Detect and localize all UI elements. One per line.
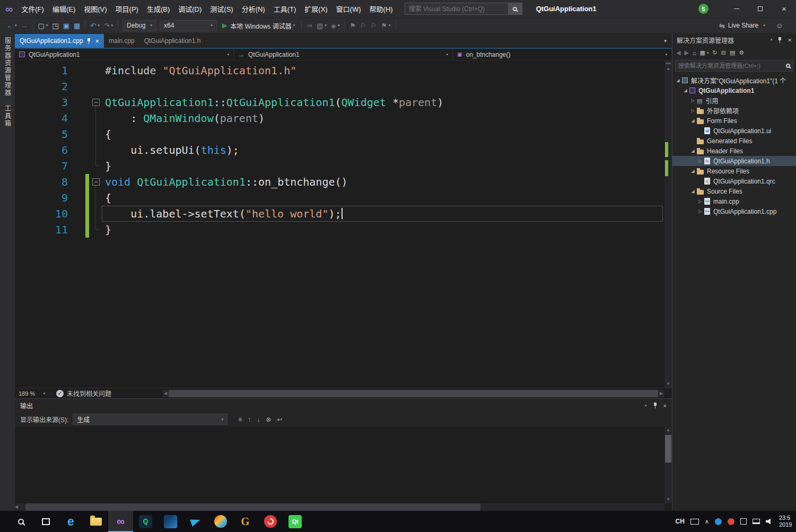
code-text[interactable]: ui.setupUi(this); xyxy=(102,142,664,158)
show-all-files-button[interactable]: ▤ xyxy=(730,49,735,56)
goldendict-icon[interactable]: G xyxy=(233,511,258,532)
previous-bookmark-button[interactable]: ⚐ xyxy=(358,19,369,32)
properties-button[interactable]: ⚙ xyxy=(739,49,744,56)
menu-item[interactable]: 帮助(H) xyxy=(365,0,397,18)
qt-creator-icon[interactable]: Qt xyxy=(283,511,308,532)
scroll-down-icon[interactable]: ▼ xyxy=(664,496,672,503)
menu-item[interactable]: 分析(N) xyxy=(238,0,269,18)
close-icon[interactable]: × xyxy=(663,403,667,409)
line-number[interactable]: 7 xyxy=(15,158,68,174)
tab-qtguiapplication1-cpp[interactable]: QtGuiApplication1.cpp× xyxy=(15,34,104,48)
navigate-forward-button[interactable]: ▶ xyxy=(684,49,688,56)
side-tab[interactable]: 服务器资源管理器 xyxy=(3,37,12,97)
redo-button[interactable]: ↷▾ xyxy=(102,19,115,32)
start-debugging-button[interactable]: ▶本地 Windows 调试器▾ xyxy=(222,19,295,32)
visual-studio-icon[interactable]: ∞ xyxy=(108,511,133,532)
quick-search-box[interactable] xyxy=(405,3,522,15)
scroll-left-icon[interactable]: ◀ xyxy=(15,503,18,511)
output-horizontal-scrollbar[interactable]: ◀ xyxy=(15,503,664,511)
tree-item-qtguiapplication1-1[interactable]: ◢解决方案"QtGuiApplication1"(1 个 xyxy=(672,75,796,85)
tray-app-blue-icon[interactable] xyxy=(715,518,722,525)
music-app-icon[interactable] xyxy=(258,511,283,532)
code-line[interactable]: 8−void QtGuiApplication1::on_btnchange() xyxy=(15,174,664,190)
tab-main-cpp[interactable]: main.cpp xyxy=(104,34,139,48)
tree-item-qtguiapplication1-h[interactable]: ▷hQtGuiApplication1.h xyxy=(672,156,796,166)
line-number[interactable]: 8 xyxy=(15,174,68,190)
code-line[interactable]: 1#include "QtGuiApplication1.h" xyxy=(15,63,664,79)
document-health-icon[interactable]: ✓ xyxy=(56,390,64,397)
code-line[interactable]: 6 ui.setupUi(this); xyxy=(15,142,664,158)
menu-item[interactable]: 调试(D) xyxy=(174,0,206,18)
tree-item-source-files[interactable]: ◢Source Files xyxy=(672,186,796,196)
search-icon[interactable] xyxy=(8,511,33,532)
code-line[interactable]: 7} xyxy=(15,158,664,174)
expander-icon[interactable]: ▷ xyxy=(697,159,704,163)
menu-item[interactable]: 扩展(X) xyxy=(300,0,331,18)
code-line[interactable]: 9{ xyxy=(15,190,664,206)
expander-icon[interactable]: ◢ xyxy=(689,189,696,194)
edge-icon[interactable]: e xyxy=(58,511,83,532)
scroll-down-icon[interactable]: ▼ xyxy=(664,380,672,388)
ime-indicator[interactable]: CH xyxy=(676,518,685,525)
code-line[interactable]: 2 xyxy=(15,79,664,94)
menu-item[interactable]: 视图(V) xyxy=(80,0,111,18)
messages-list-button[interactable]: ≡ xyxy=(238,416,242,423)
code-line[interactable]: 4 : QMainWindow(parent) xyxy=(15,110,664,126)
line-number[interactable]: 9 xyxy=(15,190,68,206)
navigate-back-button[interactable]: ◀ xyxy=(676,49,680,56)
open-file-button[interactable]: ◳ xyxy=(50,19,60,32)
pin-icon[interactable] xyxy=(777,37,782,43)
network-icon[interactable] xyxy=(753,519,760,524)
quick-search-input[interactable] xyxy=(405,5,508,13)
expander-icon[interactable]: ▷ xyxy=(697,209,704,214)
switch-views-button[interactable]: ▦▾ xyxy=(700,49,709,56)
close-button[interactable]: × xyxy=(772,0,796,18)
line-number[interactable]: 3 xyxy=(15,94,68,110)
menu-item[interactable]: 窗口(W) xyxy=(332,0,365,18)
task-view-icon[interactable] xyxy=(33,511,58,532)
expander-icon[interactable]: ▷ xyxy=(689,108,696,113)
undo-button[interactable]: ↶▾ xyxy=(88,19,101,32)
output-content[interactable]: ▲ ▼ ◀ xyxy=(15,426,672,511)
expander-icon[interactable]: ◢ xyxy=(689,169,696,173)
solution-search-input[interactable] xyxy=(678,63,786,69)
code-text[interactable] xyxy=(102,79,664,94)
window-position-icon[interactable]: ▾ xyxy=(645,404,647,408)
code-line[interactable]: 11} xyxy=(15,222,664,238)
scrollbar-thumb[interactable] xyxy=(25,503,480,511)
solution-configuration-dropdown[interactable]: Debug▾ xyxy=(123,20,156,31)
save-button[interactable]: ▣ xyxy=(61,19,72,32)
output-vertical-scrollbar[interactable]: ▲ ▼ xyxy=(664,426,672,503)
menu-item[interactable]: 工具(T) xyxy=(269,0,301,18)
bookmarks-window-button[interactable]: ⚑▾ xyxy=(379,19,392,32)
collapse-region-icon[interactable]: − xyxy=(92,99,100,106)
code-text[interactable]: ui.label->setText("hello world"); xyxy=(102,206,664,222)
tree-item-qtguiapplication1-cpp[interactable]: ▷++QtGuiApplication1.cpp xyxy=(672,206,796,216)
tree-item-item[interactable]: ▷外部依赖项 xyxy=(672,106,796,116)
toggle-bookmark-button[interactable]: ⚑ xyxy=(347,19,358,32)
scroll-up-icon[interactable]: ▲ xyxy=(664,426,672,434)
build-selection-button[interactable]: ▧▾ xyxy=(314,19,329,32)
tree-item-generated-files[interactable]: Generated Files xyxy=(672,136,796,146)
search-button[interactable] xyxy=(508,3,522,14)
code-text[interactable]: : QMainWindow(parent) xyxy=(102,110,664,126)
side-tab[interactable]: 工具箱 xyxy=(3,105,12,127)
navigate-forward-button[interactable]: → xyxy=(19,19,30,32)
breadcrumb-project-dropdown[interactable]: QtGuiApplication1▾ xyxy=(15,49,234,60)
expander-icon[interactable]: ◢ xyxy=(682,88,689,93)
solution-platform-dropdown[interactable]: x64▾ xyxy=(160,20,217,31)
scrollbar-thumb[interactable] xyxy=(665,435,671,463)
window-position-icon[interactable]: ▾ xyxy=(771,38,773,42)
next-message-button[interactable]: ↓ xyxy=(257,416,260,423)
scroll-left-icon[interactable]: ◀ xyxy=(162,390,169,397)
tab-qtguiapplication1-h[interactable]: QtGuiApplication1.h xyxy=(139,34,206,48)
hidden-icons-chevron-icon[interactable]: ∧ xyxy=(705,518,709,525)
clear-all-button[interactable]: ⊗ xyxy=(266,416,271,423)
navigate-backward-button[interactable]: ←▾ xyxy=(4,19,19,32)
tree-item-item[interactable]: ▷▤引用 xyxy=(672,95,796,106)
feedback-icon[interactable]: ☺ xyxy=(776,21,783,30)
qt-assistant-icon[interactable]: Q xyxy=(133,511,158,532)
tree-item-qtguiapplication1-qrc[interactable]: qQtGuiApplication1.qrc xyxy=(672,176,796,186)
toggle-word-wrap-button[interactable]: ↩ xyxy=(277,416,282,423)
breadcrumb-method-dropdown[interactable]: ▣on_btnchange()▾ xyxy=(453,49,672,60)
